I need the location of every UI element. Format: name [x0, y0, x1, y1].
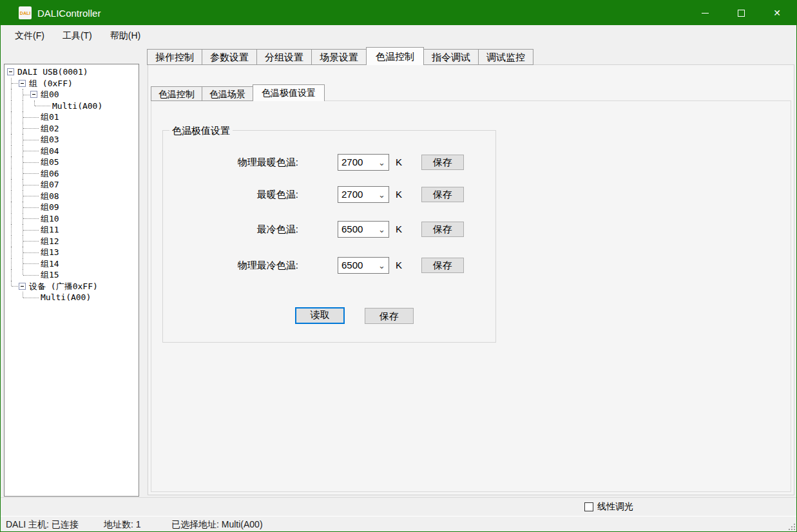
menu-item-0[interactable]: 文件(F) — [6, 25, 53, 46]
tree-item-0[interactable]: DALI USB(0001) — [5, 66, 139, 78]
tree-item-19[interactable]: 设备 (广播0xFF) — [5, 281, 139, 292]
close-button[interactable]: ✕ — [762, 1, 792, 25]
menu-item-1[interactable]: 工具(T) — [53, 25, 101, 46]
tree-item-17[interactable]: 组14 — [5, 258, 139, 270]
linear-dimming-checkbox-wrap[interactable]: 线性调光 — [584, 501, 633, 513]
tree-item-label[interactable]: 设备 (广播0xFF) — [29, 281, 98, 292]
tab-main-6[interactable]: 调试监控 — [479, 49, 533, 65]
status-host: DALI 主机: 已连接 — [6, 519, 79, 531]
tab-main-0[interactable]: 操作控制 — [147, 49, 202, 65]
tree-item-label[interactable]: DALI USB(0001) — [17, 67, 88, 77]
tree-item-15[interactable]: 组12 — [5, 236, 139, 247]
tab-main-4[interactable]: 色温控制 — [366, 47, 424, 65]
tree-item-10[interactable]: 组07 — [5, 179, 139, 191]
tab-sub-1[interactable]: 色温场景 — [202, 86, 253, 101]
tree-collapse-icon[interactable] — [30, 91, 37, 98]
tree-item-label[interactable]: 组11 — [41, 225, 59, 235]
tree-item-label[interactable]: 组07 — [41, 180, 59, 190]
tree-item-label[interactable]: 组04 — [41, 146, 59, 157]
window-controls: ✕ — [684, 1, 792, 25]
tree-item-8[interactable]: 组05 — [5, 157, 139, 168]
read-button[interactable]: 读取 — [295, 307, 345, 324]
tree-guide-line — [11, 111, 12, 123]
resize-grip[interactable] — [789, 524, 795, 530]
linear-dimming-checkbox[interactable] — [584, 502, 593, 511]
cct-value-combobox[interactable]: 6500⌄ — [338, 221, 389, 238]
tree-guide-line — [11, 157, 12, 168]
close-icon: ✕ — [773, 8, 781, 17]
tree-item-7[interactable]: 组04 — [5, 146, 139, 157]
main-tab-strip: 操作控制参数设置分组设置场景设置色温控制指令调试调试监控 — [147, 47, 533, 65]
tree-item-label[interactable]: 组03 — [41, 135, 59, 145]
linear-dimming-label: 线性调光 — [597, 501, 633, 513]
tree-item-16[interactable]: 组13 — [5, 247, 139, 258]
tree-item-label[interactable]: 组08 — [41, 191, 59, 202]
tree-guide-line — [11, 213, 12, 225]
minimize-button[interactable] — [690, 1, 720, 25]
cct-value-combobox[interactable]: 6500⌄ — [338, 257, 389, 274]
tree-item-label[interactable]: 组 (0xFF) — [29, 79, 73, 89]
tree-item-label[interactable]: 组13 — [41, 247, 59, 258]
tree-item-label[interactable]: 组01 — [41, 112, 59, 122]
tree-item-label[interactable]: 组14 — [41, 259, 59, 269]
tree-guide-line — [11, 134, 12, 146]
chevron-down-icon[interactable]: ⌄ — [378, 155, 385, 171]
tree-item-label[interactable]: 组15 — [41, 270, 59, 280]
device-tree[interactable]: DALI USB(0001)组 (0xFF)组00Multi(A00)组01组0… — [4, 64, 139, 497]
tab-main-5[interactable]: 指令调试 — [424, 49, 479, 65]
cct-row-save-button[interactable]: 保存 — [421, 258, 464, 273]
tab-sub-2[interactable]: 色温极值设置 — [253, 84, 325, 101]
app-icon: DALI — [19, 6, 32, 19]
tree-guide-line — [11, 168, 12, 180]
tree-collapse-icon[interactable] — [19, 80, 26, 87]
maximize-icon — [738, 10, 745, 17]
tree-item-2[interactable]: 组00 — [5, 89, 139, 100]
tree-item-label[interactable]: 组09 — [41, 202, 59, 213]
chevron-down-icon[interactable]: ⌄ — [378, 187, 385, 203]
chevron-down-icon[interactable]: ⌄ — [378, 258, 385, 274]
tree-guide-line — [11, 191, 12, 202]
tab-main-3[interactable]: 场景设置 — [312, 49, 367, 65]
unit-label: K — [396, 221, 402, 238]
tree-item-label[interactable]: 组00 — [41, 90, 59, 100]
tree-item-1[interactable]: 组 (0xFF) — [5, 78, 139, 90]
tree-item-9[interactable]: 组06 — [5, 168, 139, 180]
tree-item-20[interactable]: Multi(A00) — [5, 292, 139, 303]
tab-main-1[interactable]: 参数设置 — [202, 49, 257, 65]
tree-item-18[interactable]: 组15 — [5, 269, 139, 281]
tree-guide-line — [11, 179, 12, 191]
unit-label: K — [396, 257, 402, 274]
cct-row-label: 最冷色温: — [169, 221, 298, 238]
tree-collapse-icon[interactable] — [7, 68, 14, 75]
tree-item-11[interactable]: 组08 — [5, 191, 139, 202]
tree-item-label[interactable]: 组02 — [41, 124, 59, 134]
menu-item-2[interactable]: 帮助(H) — [101, 25, 149, 46]
tree-item-5[interactable]: 组02 — [5, 123, 139, 135]
tree-connector-line — [23, 263, 39, 264]
tree-item-13[interactable]: 组10 — [5, 213, 139, 225]
tree-item-12[interactable]: 组09 — [5, 202, 139, 213]
tree-connector-line — [23, 162, 39, 163]
cct-value-combobox[interactable]: 2700⌄ — [338, 186, 389, 203]
tree-item-6[interactable]: 组03 — [5, 134, 139, 146]
tree-item-4[interactable]: 组01 — [5, 111, 139, 123]
tab-sub-0[interactable]: 色温控制 — [151, 86, 202, 101]
tree-item-3[interactable]: Multi(A00) — [5, 100, 139, 112]
tree-item-label[interactable]: 组12 — [41, 236, 59, 247]
cct-row-save-button[interactable]: 保存 — [421, 187, 464, 202]
tree-item-label[interactable]: 组10 — [41, 214, 59, 224]
tree-connector-line — [23, 151, 39, 151]
save-all-button[interactable]: 保存 — [365, 308, 414, 324]
tree-collapse-icon[interactable] — [19, 283, 26, 290]
tree-item-label[interactable]: Multi(A00) — [41, 292, 91, 303]
maximize-button[interactable] — [726, 1, 756, 25]
tree-item-label[interactable]: Multi(A00) — [52, 101, 102, 111]
cct-value-combobox[interactable]: 2700⌄ — [338, 154, 389, 171]
cct-row-save-button[interactable]: 保存 — [421, 155, 464, 170]
tree-item-14[interactable]: 组11 — [5, 224, 139, 236]
cct-row-save-button[interactable]: 保存 — [421, 222, 464, 237]
tree-item-label[interactable]: 组05 — [41, 157, 59, 167]
tab-main-2[interactable]: 分组设置 — [257, 49, 312, 65]
chevron-down-icon[interactable]: ⌄ — [378, 222, 385, 238]
tree-item-label[interactable]: 组06 — [41, 169, 59, 179]
